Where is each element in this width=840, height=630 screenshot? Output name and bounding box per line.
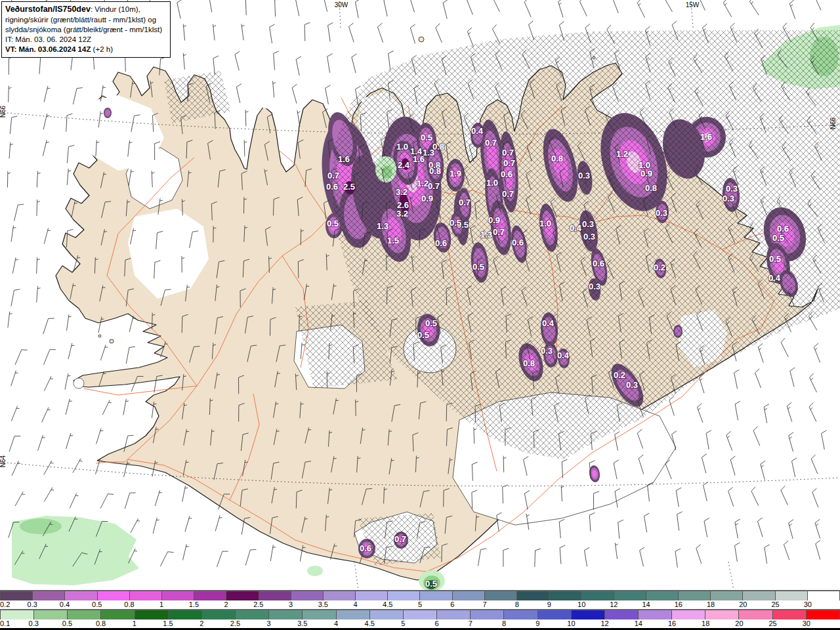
meridian-label: 15W xyxy=(686,1,700,9)
legend-swatch xyxy=(68,610,101,620)
precip-max-label: 0.5 xyxy=(772,233,784,243)
precip-max-label: 0.3 xyxy=(589,282,600,291)
precip-max-label: 0.5 xyxy=(421,133,432,142)
legend-tick-label: 6 xyxy=(450,600,454,608)
info-line-2: rigning/skúrir (grænt/blátt/rautt - mm/1… xyxy=(5,15,167,25)
legend-swatch xyxy=(33,591,65,600)
precip-max-label: 0.3 xyxy=(578,171,590,180)
legend-swatch xyxy=(324,591,356,600)
legend-swatch xyxy=(679,591,711,600)
legend-swatch xyxy=(538,610,572,620)
legend-swatch xyxy=(639,610,672,620)
legend-swatch xyxy=(101,610,135,620)
legend-tick-label: 12 xyxy=(600,620,608,627)
precip-max-label: 0.4 xyxy=(471,126,484,136)
precip-max-label: 0.9 xyxy=(488,215,500,225)
legend-tick-label: 6 xyxy=(435,620,439,627)
weather-map-page: 1.60.70.62.50.51.31.50.51.01.41.31.62.40… xyxy=(0,0,840,630)
precip-max-label: 0.7 xyxy=(502,189,514,199)
legend-swatch xyxy=(776,591,808,600)
legend-tick-label: 7 xyxy=(482,600,486,608)
precip-max-label: 0.3 xyxy=(541,346,553,356)
precip-max-label: 0.7 xyxy=(327,171,339,180)
legend-tick-label: 2.5 xyxy=(253,600,263,608)
green-patch xyxy=(20,518,62,534)
legend-swatch xyxy=(135,610,169,620)
legend-tick-label: 20 xyxy=(735,620,743,627)
legend-tick-label: 1 xyxy=(159,600,163,608)
precip-max-label: 1.0 xyxy=(539,219,551,228)
legend-swatch xyxy=(98,591,130,600)
precip-max-label: 0.7 xyxy=(428,181,440,191)
precip-max-label: 0.8 xyxy=(645,183,657,193)
parallel-label: N66 xyxy=(0,105,7,117)
precip-max-label: 0.5 xyxy=(472,262,484,272)
legend-rain-labels: 0.10.30.50.811.522.533.544.5567891012141… xyxy=(0,620,840,628)
precip-max-label: 0.6 xyxy=(593,259,604,268)
precip-max-label: 0.2 xyxy=(614,370,625,380)
precip-max-label: 0.5 xyxy=(425,579,437,589)
precip-max-label: 0.5 xyxy=(450,218,461,228)
islet xyxy=(110,339,114,343)
legend-swatch xyxy=(453,591,485,600)
legend-swatch xyxy=(807,610,840,620)
legend-swatch xyxy=(485,591,517,600)
legend-swatch xyxy=(605,610,639,620)
precip-max-label: 0.3 xyxy=(656,208,667,218)
legend-tick-label: 0.1 xyxy=(0,620,10,627)
legend-tick-label: 30 xyxy=(803,620,810,627)
precip-max-label: 1.2 xyxy=(417,178,429,188)
precip-max-label: 0.2 xyxy=(654,262,665,272)
precip-max-label: 0.9 xyxy=(421,194,433,203)
precip-max-label: 0.8 xyxy=(551,154,563,163)
precip-max-label: 0.8 xyxy=(429,166,441,176)
legend-tick-label: 2 xyxy=(224,600,228,608)
precip-max-label: 1.5 xyxy=(387,236,399,245)
legend-swatch xyxy=(202,610,236,620)
legend-swatch xyxy=(303,610,336,620)
precip-max-label: 1.3 xyxy=(480,230,492,240)
precip-max-label: 1.0 xyxy=(396,142,408,152)
title-info-box: Veðurstofan/IS750dev: Vindur (10m), rign… xyxy=(1,1,171,58)
precip-max-label: 0.8 xyxy=(523,358,535,368)
precip-max-label: 0.9 xyxy=(640,169,652,178)
precip-max-label: 0.6 xyxy=(360,543,371,553)
meridian-label: 30W xyxy=(335,1,348,9)
precip-max-label: 0.6 xyxy=(435,238,447,248)
legend-swatch xyxy=(0,591,33,600)
legend-tick-label: 10 xyxy=(578,600,585,608)
precip-max-label: 0.6 xyxy=(501,169,513,179)
weather-map: 1.60.70.62.50.51.31.50.51.01.41.31.62.40… xyxy=(0,0,840,591)
legend-tick-label: 8 xyxy=(515,600,519,608)
legend-tick-label: 18 xyxy=(707,600,715,608)
precip-max-label: 0.6 xyxy=(326,182,338,192)
precip-max-label: 1.3 xyxy=(377,221,388,231)
legend-swatch xyxy=(517,591,549,600)
legend-swatch xyxy=(504,610,537,620)
legend-tick-label: 3.5 xyxy=(318,600,328,608)
legend-tick-label: 16 xyxy=(668,620,676,627)
legend-tick-label: 4.5 xyxy=(365,620,375,627)
legend-sleet-colorbar xyxy=(0,590,840,600)
legend-tick-label: 0.3 xyxy=(29,620,39,627)
legend-swatch xyxy=(773,610,807,620)
legend-swatch xyxy=(404,610,437,620)
precip-max-label: 1.6 xyxy=(413,154,425,164)
legend-swatch xyxy=(65,591,97,600)
precip-max-label: 0.7 xyxy=(503,158,515,168)
legend-tick-label: 12 xyxy=(610,600,618,608)
legend-sleet-labels: 0.20.30.40.50.811.522.533.544.5567891012… xyxy=(0,600,840,609)
legend-tick-label: 1 xyxy=(133,620,136,627)
legend-tick-label: 3.5 xyxy=(297,620,307,627)
precip-max-label: 0.4 xyxy=(557,350,570,360)
legend-tick-label: 4 xyxy=(334,620,338,627)
legend-tick-label: 2 xyxy=(200,620,203,627)
info-line-5: VT: Mán. 03.06.2024 14Z (+2 h) xyxy=(5,45,167,54)
legend-tick-label: 20 xyxy=(739,600,747,608)
legend-tick-label: 4.5 xyxy=(383,600,392,608)
precip-max-label: 0.3 xyxy=(626,380,638,390)
legend-swatch xyxy=(194,591,226,600)
legend-tick-label: 18 xyxy=(702,620,709,627)
glacier xyxy=(74,378,84,388)
legend-swatch xyxy=(549,591,581,600)
